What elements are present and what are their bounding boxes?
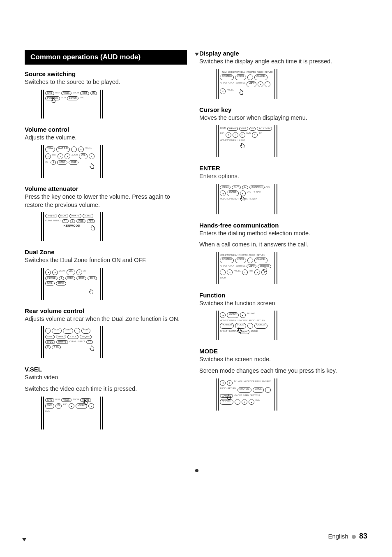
section-dual-zone: Dual Zone Switches the Dual Zone functio… [25, 248, 187, 300]
description: Enters options. [199, 172, 367, 181]
view-button[interactable]: VIEW [45, 146, 55, 152]
footer-language: English [328, 533, 348, 540]
enter-button[interactable]: ENTER [227, 190, 239, 196]
description: Switches the Dual Zone function ON and O… [25, 256, 187, 265]
vsel-button[interactable]: V.SEL [61, 398, 71, 402]
pointer-hand-icon [239, 195, 247, 203]
heading: Volume attenuator [25, 185, 187, 192]
remote-diagram-vsel: SRC DISP V.SEL ZOOM MENU OUT IN AUD ◀ EN… [41, 397, 103, 429]
vsel-button[interactable]: V.SEL [61, 91, 71, 95]
map-dir-button[interactable]: MAP DIR [56, 146, 70, 152]
phone-off-icon[interactable]: ✆ [78, 146, 84, 152]
heading: Rear volume control [25, 307, 187, 314]
section-vsel: V.SEL Switch video Switches the video ea… [25, 366, 187, 429]
in-button[interactable]: IN [90, 91, 97, 95]
phone-off-icon[interactable]: ✆ [220, 88, 226, 94]
section-enter: ENTER Enters options. MENU OUT IN POSITI… [199, 165, 367, 214]
description: Switches to the source to be played. [25, 78, 187, 86]
description: Moves the cursor when displaying menu. [199, 114, 367, 122]
footer-dot-icon [352, 535, 356, 539]
phone-off-icon[interactable]: ✆ [242, 399, 247, 405]
pointer-hand-icon [88, 288, 95, 296]
open-icon[interactable]: ▲ [258, 81, 263, 87]
remote-diagram-cursor: ZOOM MENU OUT IN POSITION AUD ◀ ▲ ▶ DVD … [216, 125, 277, 157]
page-continue-marker [22, 538, 26, 541]
src-button[interactable]: SRC [45, 398, 54, 402]
heading: Dual Zone [25, 248, 187, 255]
pointer-hand-icon [262, 266, 269, 274]
remote-diagram-enter: MENU OUT IN POSITION AUD ◀ ENTER ▶ DVD T… [216, 184, 277, 214]
page-footer: English 83 [328, 532, 367, 541]
description: Switches the screen mode. [199, 355, 367, 364]
pointer-hand-icon [90, 225, 97, 232]
section-rear-volume: Rear volume control Adjusts volume at re… [25, 307, 187, 359]
pointer-hand-icon [236, 327, 244, 334]
description: When a call comes in, it answers the cal… [199, 241, 367, 249]
section-function: Function Switches the function screen ◀ … [199, 292, 367, 341]
remote-diagram-volume: VIEW MAP DIR ✆ ANGLE ▲ FM+ ◀ ▶ ZOOM VOL … [41, 145, 103, 178]
remote-diagram-angle: NAVI MODE/TOP MENU FNC/PBC AUDIO RETURN … [216, 69, 277, 99]
section-hands-free: Hands-free communication Enters the dial… [199, 222, 367, 284]
vol-button[interactable]: VOL [79, 153, 88, 159]
section-display-angle: Display angle Switches the display angle… [199, 50, 367, 99]
phone-on-icon[interactable]: ✆ [227, 269, 233, 275]
section-volume-control: Volume control Adjusts the volume. VIEW … [25, 126, 187, 178]
remote-diagram-source: SRC DISP V.SEL ZOOM OUT IN POSITION AUD … [41, 90, 103, 118]
mode-button[interactable]: ROUTEM [238, 387, 251, 393]
remote-diagram-att: 7PQRS 8TUV 9WXYZ R.VOL CLEAR DIRECT * • … [41, 212, 103, 241]
section-volume-attenuator: Volume attenuator Press the key once to … [25, 185, 187, 241]
description: Adjusts the volume. [25, 134, 187, 142]
pointer-hand-icon [226, 394, 233, 402]
out-button[interactable]: OUT [80, 91, 89, 95]
2zone-button[interactable]: 2 ZONE [45, 276, 58, 281]
remote-diagram-mode: ◀ ▶ TV NAVI MODE/TOP MENU FNC/PBC AUDIO … [216, 378, 277, 411]
section-end-marker [195, 469, 198, 472]
section-cursor-key: Cursor key Moves the cursor when display… [199, 106, 367, 158]
enter-button[interactable]: ENTER [67, 96, 79, 100]
description: Switches the display angle each time it … [199, 58, 367, 66]
section-mode: MODE Switches the screen mode. Screen mo… [199, 348, 367, 410]
pointer-hand-icon [50, 97, 58, 104]
description: Switches the function screen [199, 299, 367, 308]
footer-page-number: 83 [359, 532, 367, 540]
heading: Display angle [199, 50, 367, 57]
description: Screen mode changes each time you press … [199, 367, 367, 375]
pointer-hand-icon [89, 345, 96, 353]
remote-diagram-handsfree: MODE/TOP MENU FNC/PBC AUDIO RETURN ROUTE… [216, 252, 277, 284]
src-button[interactable]: SRC [45, 91, 54, 95]
description: Enters the dialing method selection mode… [199, 230, 367, 238]
description: Switches the video each time it is press… [25, 385, 187, 393]
att-button[interactable]: ATT [87, 219, 95, 223]
heading: ENTER [199, 165, 367, 172]
heading: Hands-free communication [199, 222, 367, 229]
description: Switch video [25, 374, 187, 382]
description: Adjusts volume at rear when the Dual Zon… [25, 315, 187, 323]
remote-diagram-rvol: 1 2ABC 3DEF 4GHI 5JKL 6MNO R.VOL 7PQRS 8… [41, 326, 103, 358]
section-header: Common operations (AUD mode) [25, 50, 187, 65]
pointer-hand-icon [238, 89, 245, 96]
heading: MODE [199, 348, 367, 355]
pointer-hand-icon [89, 163, 96, 170]
pointer-hand-icon [82, 399, 90, 406]
rvol-button[interactable]: R.VOL [67, 335, 78, 339]
heading: V.SEL [25, 366, 187, 373]
heading: Source switching [25, 70, 187, 77]
description: Press the key once to lower the volume. … [25, 193, 187, 209]
remote-diagram-function: ◀ ENTER ▶ TV NAVI MODE/TOP MENU FNC/PBC … [216, 311, 277, 340]
heading: Cursor key [199, 106, 367, 113]
heading: Volume control [25, 126, 187, 133]
heading: Function [199, 292, 367, 299]
pointer-hand-icon [239, 142, 247, 150]
section-source-switching: Source switching Switches to the source … [25, 70, 187, 118]
remote-diagram-dualzone: ◀ ▶ ZOOM VOL ▼ AM− 2 ZONE 1 2ABC 3DEF 4G… [41, 268, 103, 300]
